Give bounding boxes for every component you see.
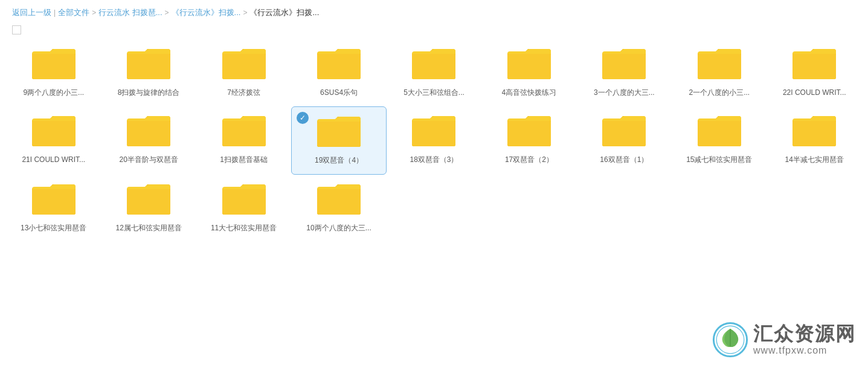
folder-icon — [32, 114, 76, 149]
folder-label: 17双琶音（2） — [505, 155, 553, 165]
folder-icon — [222, 182, 266, 217]
folder-icon — [602, 114, 646, 149]
folder-item[interactable]: 11大七和弦实用琶音 — [196, 175, 291, 242]
folder-label: 11大七和弦实用琶音 — [211, 223, 277, 233]
folder-icon — [792, 114, 836, 149]
folder-item[interactable]: ✓ 19双琶音（4） — [291, 106, 386, 175]
folder-label: 9两个八度的小三... — [23, 88, 84, 98]
svg-rect-27 — [602, 54, 646, 79]
watermark-logo-icon — [712, 322, 748, 358]
folder-label: 14半减七实用琶音 — [785, 155, 844, 165]
folder-item[interactable]: 7经济拨弦 — [196, 39, 291, 106]
select-all-checkbox[interactable] — [12, 25, 21, 34]
svg-rect-7 — [127, 54, 170, 79]
folder-icon — [127, 182, 170, 217]
folder-label: 6SUS4乐句 — [320, 88, 358, 98]
folder-label: 5大小三和弦组合... — [403, 88, 465, 98]
folder-icon — [792, 47, 836, 82]
folder-item[interactable]: 2一个八度的小三... — [672, 39, 767, 106]
folder-icon — [698, 47, 741, 82]
folder-icon — [317, 182, 361, 217]
folder-item[interactable]: 3一个八度的大三... — [577, 39, 672, 106]
svg-rect-23 — [507, 54, 551, 79]
folder-icon — [127, 114, 170, 149]
folder-icon — [602, 47, 646, 82]
folder-icon — [317, 47, 361, 82]
folder-label: 16双琶音（1） — [600, 155, 648, 165]
folder-label: 20半音阶与双琶音 — [119, 155, 178, 165]
folder-icon — [222, 47, 266, 82]
folder-item[interactable]: 15减七和弦实用琶音 — [672, 106, 767, 175]
folder-label: 1扫拨琶音基础 — [220, 155, 268, 165]
svg-rect-15 — [317, 54, 361, 79]
breadcrumb-path1[interactable]: 行云流水 扫拨琶... — [98, 7, 162, 18]
folder-icon — [32, 47, 76, 82]
svg-rect-79 — [127, 189, 170, 215]
svg-rect-31 — [698, 54, 741, 79]
folder-label: 18双琶音（3） — [410, 155, 458, 165]
folder-label: 2一个八度的小三... — [689, 88, 750, 98]
svg-rect-47 — [222, 121, 266, 146]
folder-item[interactable]: 10两个八度的大三... — [291, 175, 386, 242]
folder-label: 7经济拨弦 — [227, 88, 260, 98]
select-all-row — [0, 23, 868, 39]
svg-rect-51 — [317, 122, 361, 147]
folder-item[interactable]: 20半音阶与双琶音 — [101, 106, 196, 175]
svg-rect-43 — [127, 121, 170, 146]
folder-item[interactable]: 1扫拨琶音基础 — [196, 106, 291, 175]
folder-item[interactable]: 12属七和弦实用琶音 — [101, 175, 196, 242]
folder-item[interactable]: 5大小三和弦组合... — [387, 39, 481, 106]
folder-icon — [412, 47, 455, 82]
breadcrumb-sep2: > — [92, 8, 96, 17]
folder-item[interactable]: 8扫拨与旋律的结合 — [101, 39, 196, 106]
svg-rect-11 — [222, 54, 266, 79]
selected-checkmark: ✓ — [297, 112, 309, 124]
folder-label: 21I COULD WRIT... — [22, 155, 85, 165]
folder-label: 12属七和弦实用琶音 — [115, 223, 181, 233]
breadcrumb-sep1: | — [54, 8, 56, 17]
breadcrumb-back[interactable]: 返回上一级 — [12, 7, 51, 18]
svg-rect-83 — [222, 189, 266, 215]
folder-item[interactable]: 9两个八度的小三... — [6, 39, 101, 106]
breadcrumb-current: 《行云流水》扫拨... — [249, 7, 319, 18]
svg-rect-35 — [792, 54, 836, 79]
folder-icon — [317, 114, 361, 149]
folder-label: 4高音弦快拨练习 — [502, 88, 557, 98]
folder-item[interactable]: 21I COULD WRIT... — [6, 106, 101, 175]
folder-item[interactable]: 18双琶音（3） — [387, 106, 481, 175]
folder-item[interactable]: 17双琶音（2） — [481, 106, 576, 175]
folder-icon — [507, 47, 551, 82]
svg-rect-39 — [32, 121, 76, 146]
watermark-text-block: 汇众资源网 www.tfpxw.com — [753, 323, 856, 355]
folder-item[interactable]: 16双琶音（1） — [577, 106, 672, 175]
svg-point-89 — [716, 326, 744, 354]
folder-icon — [127, 47, 170, 82]
breadcrumb: 返回上一级 | 全部文件 > 行云流水 扫拨琶... > 《行云流水》扫拨...… — [0, 0, 868, 23]
svg-rect-19 — [412, 54, 455, 79]
svg-rect-3 — [32, 54, 76, 79]
svg-rect-71 — [792, 121, 836, 146]
svg-rect-67 — [698, 121, 741, 146]
folder-icon — [412, 114, 455, 149]
folder-icon — [32, 182, 76, 217]
svg-rect-87 — [317, 189, 361, 215]
folder-icon — [698, 114, 741, 149]
folder-item[interactable]: 14半减七实用琶音 — [767, 106, 862, 175]
folder-icon — [507, 114, 551, 149]
folder-label: 10两个八度的大三... — [306, 223, 371, 233]
svg-point-88 — [713, 323, 747, 356]
folder-item[interactable]: 6SUS4乐句 — [291, 39, 386, 106]
breadcrumb-all-files[interactable]: 全部文件 — [58, 7, 89, 18]
watermark-url: www.tfpxw.com — [753, 345, 827, 356]
folder-item[interactable]: 13小七和弦实用琶音 — [6, 175, 101, 242]
folder-item[interactable]: 22I COULD WRIT... — [767, 39, 862, 106]
breadcrumb-path2[interactable]: 《行云流水》扫拨... — [172, 7, 241, 18]
folder-grid-row3: 13小七和弦实用琶音 12属七和弦实用琶音 11大七和弦实用琶音 10两个八度的… — [0, 175, 868, 242]
svg-rect-63 — [602, 121, 646, 146]
svg-rect-59 — [507, 121, 551, 146]
folder-label: 22I COULD WRIT... — [783, 88, 846, 98]
svg-rect-55 — [412, 121, 455, 146]
folder-item[interactable]: 4高音弦快拨练习 — [481, 39, 576, 106]
folder-grid-row2: 21I COULD WRIT... 20半音阶与双琶音 1扫拨琶音基础✓ 19双… — [0, 106, 868, 175]
watermark: 汇众资源网 www.tfpxw.com — [712, 322, 856, 358]
